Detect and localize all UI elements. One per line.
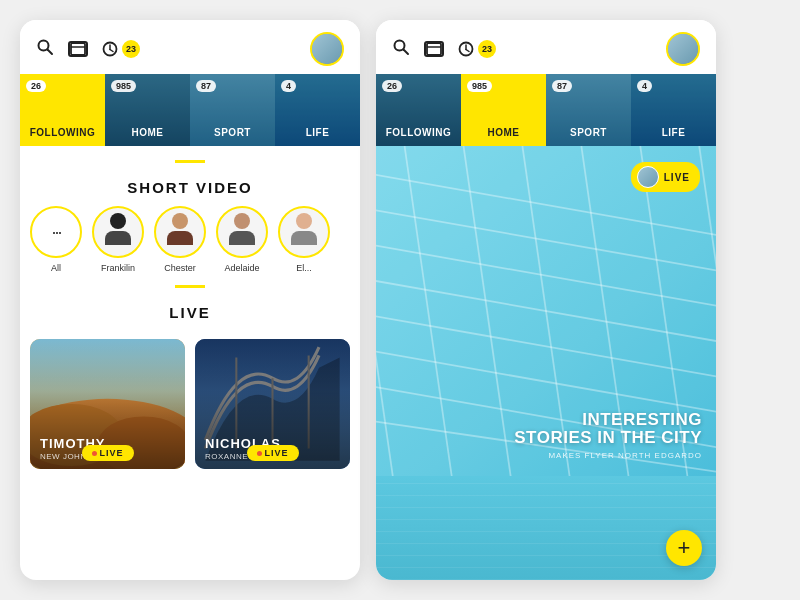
right-tab-sport[interactable]: 87 SPORT [546, 74, 631, 146]
right-avatar[interactable] [666, 32, 700, 66]
story-label-chester: Chester [164, 263, 196, 273]
short-video-title: SHORT VIDEO [20, 179, 360, 196]
live-indicator-dot [91, 451, 96, 456]
svg-line-6 [110, 50, 113, 52]
clock-wrap: 23 [102, 40, 140, 58]
right-search-icon[interactable] [392, 38, 410, 61]
live-card-timothy[interactable]: TIMOTHY NEW JOHNNIE LIVE [30, 339, 185, 469]
right-notification-badge: 23 [478, 40, 496, 58]
live-card-nicholas[interactable]: NICHOLAS ROXANNEGIAN LIVE [195, 339, 350, 469]
right-tab-following[interactable]: 26 FOLLOWING [376, 74, 461, 146]
right-header: 23 [376, 20, 716, 74]
right-clock-wrap: 23 [458, 40, 496, 58]
svg-rect-2 [71, 43, 85, 55]
live-indicator-dot-2 [256, 451, 261, 456]
notification-badge: 23 [122, 40, 140, 58]
right-live-label: LIVE [664, 172, 690, 183]
story-avatar-chester [154, 206, 206, 258]
story-label-all: All [51, 263, 61, 273]
tab-sport-label: SPORT [214, 127, 251, 138]
story-frankilin[interactable]: Frankilin [92, 206, 144, 273]
left-panel: 23 26 FOLLOWING 985 HOME 87 [20, 20, 360, 580]
tab-following[interactable]: 26 FOLLOWING [20, 74, 105, 146]
story-label-el: El... [296, 263, 312, 273]
story-el[interactable]: El... [278, 206, 330, 273]
story-avatar-el [278, 206, 330, 258]
caption-title: INTERESTINGSTORIES IN THE CITY [514, 411, 702, 448]
right-tab-life[interactable]: 4 LIFE [631, 74, 716, 146]
story-all[interactable]: ··· All [30, 206, 82, 273]
caption-subtitle: MAKES FLYER NORTH EDGARDO [514, 451, 702, 460]
svg-line-21 [466, 50, 469, 52]
story-label-adelaide: Adelaide [224, 263, 259, 273]
plus-icon: + [678, 535, 691, 561]
right-tab-home-label: HOME [488, 127, 520, 138]
live-cards: TIMOTHY NEW JOHNNIE LIVE [20, 331, 360, 477]
right-main-image: LIVE INTERESTINGSTORIES IN THE CITY MAKE… [376, 146, 716, 476]
live-label-2: LIVE [264, 448, 288, 458]
svg-rect-17 [427, 43, 441, 55]
right-tab-home[interactable]: 985 HOME [461, 74, 546, 146]
tab-life[interactable]: 4 LIFE [275, 74, 360, 146]
story-avatar-all: ··· [30, 206, 82, 258]
right-tab-sport-count: 87 [552, 80, 572, 92]
right-bottom-pool: + [376, 476, 716, 580]
story-label-frankilin: Frankilin [101, 263, 135, 273]
tab-home-label: HOME [132, 127, 164, 138]
tab-home[interactable]: 985 HOME [105, 74, 190, 146]
search-icon[interactable] [36, 38, 54, 61]
story-avatar-adelaide [216, 206, 268, 258]
right-panel: 23 26 FOLLOWING 985 HOME 87 [376, 20, 716, 580]
svg-line-1 [48, 49, 53, 54]
story-adelaide[interactable]: Adelaide [216, 206, 268, 273]
right-tab-life-label: LIFE [662, 127, 686, 138]
right-tab-life-count: 4 [637, 80, 652, 92]
svg-line-16 [404, 49, 409, 54]
live-user-avatar [637, 166, 659, 188]
right-clock-icon [458, 41, 474, 57]
tab-sport[interactable]: 87 SPORT [190, 74, 275, 146]
pool-ripple [376, 476, 716, 580]
story-chester[interactable]: Chester [154, 206, 206, 273]
app-container: 23 26 FOLLOWING 985 HOME 87 [0, 0, 800, 600]
tab-following-count: 26 [26, 80, 46, 92]
stories-row: ··· All Frankilin [20, 206, 360, 273]
right-expand-icon[interactable] [424, 41, 444, 57]
live-label: LIVE [99, 448, 123, 458]
right-tab-following-label: FOLLOWING [386, 127, 452, 138]
left-header: 23 [20, 20, 360, 74]
expand-icon[interactable] [68, 41, 88, 57]
tab-life-count: 4 [281, 80, 296, 92]
live-title: LIVE [20, 304, 360, 321]
tab-life-label: LIFE [306, 127, 330, 138]
tab-sport-count: 87 [196, 80, 216, 92]
tab-home-count: 985 [111, 80, 136, 92]
right-live-badge[interactable]: LIVE [631, 162, 700, 192]
avatar[interactable] [310, 32, 344, 66]
tab-following-label: FOLLOWING [30, 127, 96, 138]
right-tab-sport-label: SPORT [570, 127, 607, 138]
right-category-tabs: 26 FOLLOWING 985 HOME 87 SPORT 4 LIFE [376, 74, 716, 146]
right-tab-home-count: 985 [467, 80, 492, 92]
right-tab-following-count: 26 [382, 80, 402, 92]
category-tabs: 26 FOLLOWING 985 HOME 87 SPORT 4 LIFE [20, 74, 360, 146]
dots-icon: ··· [51, 222, 60, 243]
add-button[interactable]: + [666, 530, 702, 566]
clock-icon [102, 41, 118, 57]
nicholas-live-badge: LIVE [246, 445, 298, 461]
right-caption: INTERESTINGSTORIES IN THE CITY MAKES FLY… [514, 411, 702, 460]
timothy-live-badge: LIVE [81, 445, 133, 461]
story-avatar-frankilin [92, 206, 144, 258]
